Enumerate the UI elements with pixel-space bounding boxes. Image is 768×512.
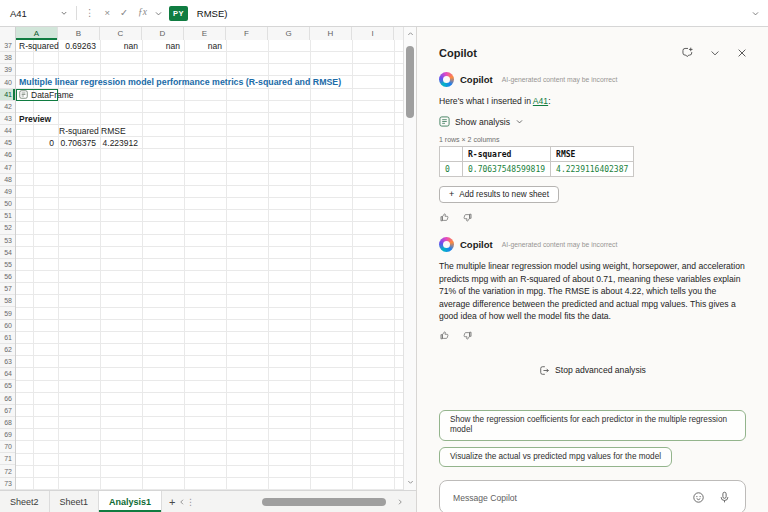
formula-bar-options-icon[interactable]: ⋮	[85, 8, 95, 18]
cell-b44[interactable]: R-squared	[59, 125, 99, 137]
cell-d37[interactable]: nan	[142, 40, 180, 52]
row-header-40[interactable]: 40	[0, 76, 15, 88]
row-header-69[interactable]: 69	[0, 429, 15, 441]
collapse-pane-icon[interactable]	[709, 47, 721, 59]
grid-canvas[interactable]: R-squared 0.69263 nan nan nan Multiple l…	[0, 40, 403, 490]
formula-input[interactable]: RMSE)	[197, 8, 228, 19]
row-header-62[interactable]: 62	[0, 344, 15, 356]
chevron-down-icon[interactable]	[154, 9, 163, 18]
name-box-dropdown-icon[interactable]	[60, 9, 68, 17]
show-analysis-button[interactable]: Show analysis	[439, 116, 746, 127]
row-header-59[interactable]: 59	[0, 307, 15, 319]
formula-bar-expand-icon[interactable]	[751, 9, 760, 18]
vertical-scroll-thumb[interactable]	[406, 46, 414, 118]
message-input[interactable]	[451, 481, 675, 512]
name-box[interactable]: A41	[0, 0, 73, 26]
scroll-left-icon[interactable]	[178, 498, 186, 506]
scroll-right-icon[interactable]	[396, 498, 404, 506]
row-header-73[interactable]: 73	[0, 478, 15, 490]
row-header-63[interactable]: 63	[0, 356, 15, 368]
column-header-G[interactable]: G	[268, 26, 310, 40]
column-header-A[interactable]: A	[16, 26, 58, 40]
column-header-E[interactable]: E	[184, 26, 226, 40]
row-header-57[interactable]: 57	[0, 283, 15, 295]
thumbs-up-icon[interactable]	[439, 212, 450, 223]
suggestion-pill[interactable]: Show the regression coefficients for eac…	[439, 410, 746, 441]
insert-function-icon[interactable]: ƒx	[138, 8, 147, 18]
vertical-scrollbar[interactable]	[403, 26, 416, 490]
scroll-up-icon[interactable]	[406, 30, 415, 38]
cell-e37[interactable]: nan	[184, 40, 222, 52]
sheet-tab-analysis1[interactable]: Analysis1	[99, 491, 162, 512]
cell-reference-link[interactable]: A41	[533, 96, 548, 106]
cell-a43[interactable]: Preview	[19, 113, 51, 125]
row-header-48[interactable]: 48	[0, 174, 15, 186]
row-header-46[interactable]: 46	[0, 149, 15, 161]
column-header-B[interactable]: B	[58, 26, 100, 40]
row-header-53[interactable]: 53	[0, 235, 15, 247]
row-header-50[interactable]: 50	[0, 198, 15, 210]
row-header-64[interactable]: 64	[0, 368, 15, 380]
row-header-42[interactable]: 42	[0, 101, 15, 113]
cell-a45[interactable]: 0	[16, 137, 54, 149]
row-header-66[interactable]: 66	[0, 393, 15, 405]
cell-b37[interactable]: 0.69263	[58, 40, 96, 52]
sheet-options-icon[interactable]: ⋮	[186, 491, 195, 512]
cell-c45[interactable]: 4.223912	[100, 137, 138, 149]
column-header-I[interactable]: I	[352, 26, 394, 40]
enter-icon[interactable]: ✓	[120, 8, 128, 18]
row-header-56[interactable]: 56	[0, 271, 15, 283]
sheet-tab-bar: Sheet2Sheet1Analysis1 + ⋮	[0, 490, 416, 512]
row-header-49[interactable]: 49	[0, 186, 15, 198]
row-header-37[interactable]: 37	[0, 40, 15, 52]
row-header-55[interactable]: 55	[0, 259, 15, 271]
row-header-68[interactable]: 68	[0, 417, 15, 429]
cell-a37[interactable]: R-squared	[19, 40, 59, 52]
column-header-D[interactable]: D	[142, 26, 184, 40]
row-header-61[interactable]: 61	[0, 332, 15, 344]
column-header-H[interactable]: H	[310, 26, 352, 40]
row-header-43[interactable]: 43	[0, 113, 15, 125]
horizontal-scroll-thumb[interactable]	[262, 498, 386, 506]
row-header-47[interactable]: 47	[0, 162, 15, 174]
row-header-51[interactable]: 51	[0, 210, 15, 222]
scroll-down-icon[interactable]	[406, 478, 415, 486]
thumbs-down-icon[interactable]	[462, 212, 473, 223]
row-header-54[interactable]: 54	[0, 247, 15, 259]
cell-c37[interactable]: nan	[100, 40, 138, 52]
row-header-52[interactable]: 52	[0, 222, 15, 234]
row-header-60[interactable]: 60	[0, 320, 15, 332]
row-header-67[interactable]: 67	[0, 405, 15, 417]
stop-analysis-button[interactable]: Stop advanced analysis	[439, 365, 746, 376]
cell-b45[interactable]: 0.706375	[58, 137, 96, 149]
sheet-tab-sheet1[interactable]: Sheet1	[50, 491, 100, 512]
row-header-38[interactable]: 38	[0, 52, 15, 64]
cell-c44[interactable]: RMSE	[101, 125, 126, 137]
column-header-F[interactable]: F	[226, 26, 268, 40]
row-header-70[interactable]: 70	[0, 441, 15, 453]
select-all-corner[interactable]	[0, 26, 16, 40]
row-header-39[interactable]: 39	[0, 64, 15, 76]
cancel-icon[interactable]: ×	[105, 8, 111, 18]
new-chat-icon[interactable]	[681, 46, 694, 59]
table-header-rsquared: R-squared	[463, 147, 551, 162]
sheet-tab-sheet2[interactable]: Sheet2	[0, 491, 50, 512]
row-header-58[interactable]: 58	[0, 295, 15, 307]
copilot-input-box[interactable]	[439, 480, 746, 512]
row-header-41[interactable]: 41	[0, 89, 15, 101]
row-header-65[interactable]: 65	[0, 380, 15, 392]
cell-a41-dataframe[interactable]: DataFrame	[19, 89, 74, 101]
emoji-icon[interactable]	[692, 491, 705, 504]
suggestion-pill[interactable]: Visualize the actual vs predicted mpg va…	[439, 447, 672, 468]
row-header-45[interactable]: 45	[0, 137, 15, 149]
add-results-button[interactable]: + Add results to new sheet	[439, 186, 559, 203]
row-header-72[interactable]: 72	[0, 465, 15, 477]
cell-a40-title[interactable]: Multiple linear regression model perform…	[19, 76, 341, 88]
column-header-C[interactable]: C	[100, 26, 142, 40]
row-header-44[interactable]: 44	[0, 125, 15, 137]
thumbs-down-icon[interactable]	[462, 330, 473, 341]
close-pane-icon[interactable]	[736, 47, 748, 59]
thumbs-up-icon[interactable]	[439, 330, 450, 341]
row-header-71[interactable]: 71	[0, 453, 15, 465]
mic-icon[interactable]	[718, 491, 731, 504]
